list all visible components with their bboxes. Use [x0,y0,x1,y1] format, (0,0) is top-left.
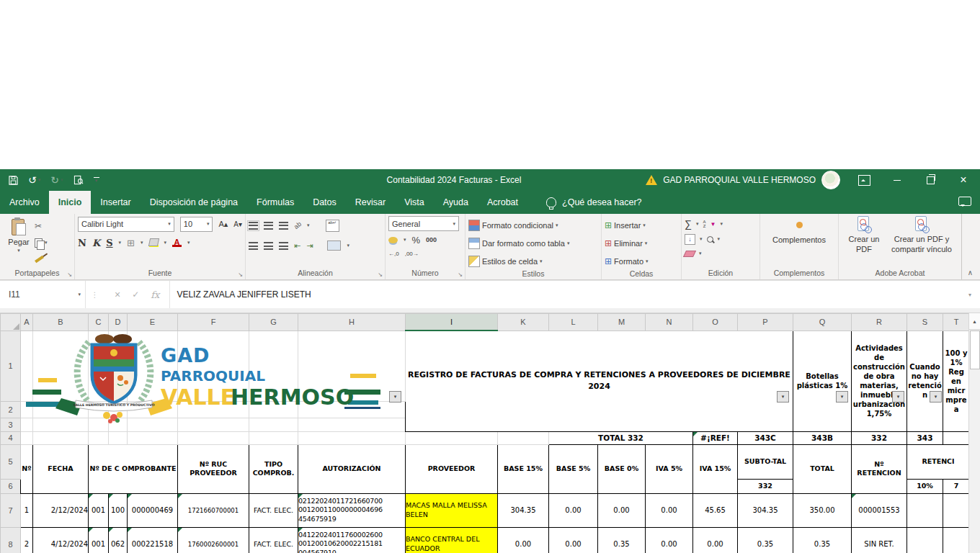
currency-format-button[interactable] [388,237,398,243]
number-format-select[interactable]: General▾ [388,216,459,231]
scrollbar-thumb[interactable] [970,331,980,369]
header-cuando-cell[interactable]: Cuando no hay retención [907,331,943,431]
cell[interactable] [178,431,249,444]
conditional-formatting-button[interactable]: Formato condicional▾ [468,218,598,233]
filter-dropdown-title[interactable]: ▾ [777,391,789,403]
cell[interactable] [498,431,549,444]
code-332-cell[interactable]: 332 [852,431,907,444]
merge-center-button[interactable] [327,240,341,251]
header-retencion[interactable]: RETENCI [907,444,970,479]
filter-dropdown-h[interactable]: ▾ [389,391,401,403]
code-343C-cell[interactable]: 343C [738,431,793,444]
cell-ruc[interactable]: 1721660700001 [178,493,249,527]
cell-num-retencion[interactable]: SIN RET. [852,527,907,553]
header-comprobante[interactable]: Nº DE C OMPROBANTE [89,444,178,493]
align-top-icon[interactable] [249,222,258,230]
comments-icon[interactable] [958,197,971,206]
font-color-button[interactable]: A [172,238,182,247]
report-title-cell[interactable]: REGISTRO DE FACTURAS DE COMPRA Y RETENCI… [406,331,793,431]
cell[interactable] [298,431,406,444]
cell[interactable] [109,431,128,444]
cell-punto[interactable]: 100 [109,493,128,527]
redo-button[interactable]: ↻▾ [50,174,63,186]
row-header-4[interactable]: 4 [1,431,21,444]
align-middle-icon[interactable] [264,222,273,230]
increase-indent-icon[interactable]: ⇥ [306,241,313,251]
header-base15[interactable]: BASE 15% [498,444,549,493]
cell[interactable] [21,431,33,444]
col-header-C[interactable]: C [89,314,109,331]
create-share-pdf-button[interactable]: Crear un PDF y compartir vínculo [887,216,956,268]
col-header-M[interactable]: M [598,314,646,331]
cell-n[interactable]: 1 [21,493,33,527]
cell-tipo[interactable]: FACT. ELEC. [249,527,298,553]
close-button[interactable]: × [947,169,980,191]
row-header-2[interactable]: 2 [1,401,21,418]
insert-cells-button[interactable]: ⊞Insertar▾ [605,218,678,233]
paste-button[interactable]: Pegar ▾ [3,216,35,268]
underline-button[interactable]: S [106,238,112,248]
col-header-H[interactable]: H [298,314,406,331]
undo-button[interactable]: ↺▾ [28,174,40,186]
font-size-select[interactable]: 10▾ [180,217,213,232]
cell-autorizacion[interactable]: 02122024011721660700 0012001100000000469… [298,493,406,527]
row-header-3[interactable]: 3 [1,418,21,431]
header-pct10[interactable]: 10% [907,479,943,493]
clear-button[interactable] [683,251,696,257]
header-regimen-cell[interactable]: 100 y 1% Reg en micr mpre a [943,331,970,431]
filter-dropdown-q[interactable]: ▾ [836,391,848,403]
comma-format-button[interactable]: 000 [426,236,437,243]
cell-iva15[interactable]: 0.00 [693,527,738,553]
header-iva15[interactable]: IVA 15% [693,444,738,493]
grow-font-button[interactable]: A▴ [218,220,228,229]
col-header-P[interactable]: P [738,314,793,331]
fill-color-button[interactable] [149,238,159,247]
decrease-decimal-button[interactable]: ,00→ [405,251,419,257]
col-header-O[interactable]: O [693,314,738,331]
header-pct70[interactable]: 7 [943,479,970,493]
cell-subtotal[interactable]: 304.35 [738,493,793,527]
tab-ayuda[interactable]: Ayuda [434,191,478,214]
header-tipo[interactable]: TIPO COMPROB. [249,444,298,493]
col-header-L[interactable]: L [549,314,598,331]
cell-base0[interactable]: 0.00 [598,493,646,527]
header-subtotal[interactable]: SUBTO-TAL [738,444,793,479]
cell-iva15[interactable]: 45.65 [693,493,738,527]
header-iva5[interactable]: IVA 5% [646,444,693,493]
cell-proveedor[interactable]: MACAS MALLA MELISSA BELEN [406,493,498,527]
cell-base5[interactable]: 0.00 [549,527,598,553]
dialog-launcher-icon[interactable]: ↘ [67,271,72,278]
increase-decimal-button[interactable]: ←,0 [388,251,399,257]
cell-iva5[interactable]: 0.00 [646,493,693,527]
collapse-ribbon-icon[interactable]: ∧ [968,269,973,276]
col-header-G[interactable]: G [249,314,298,331]
cell-iva5[interactable]: 0.00 [646,527,693,553]
decrease-indent-icon[interactable]: ⇤ [294,241,300,251]
cell-fecha[interactable]: 2/12/2024 [33,493,89,527]
filter-dropdown-s[interactable]: ▾ [930,391,942,403]
header-botellas-cell[interactable]: Botellas plásticas 1% [793,331,852,431]
col-header-T[interactable]: T [943,314,970,331]
cell[interactable] [406,431,498,444]
col-header-K[interactable]: K [498,314,549,331]
create-pdf-button[interactable]: Crear un PDF [844,216,884,268]
row-header-1[interactable]: 1 [1,331,21,401]
fill-down-button[interactable]: ↓ [685,234,695,245]
filter-dropdown-r[interactable]: ▾ [892,391,904,403]
tab-insertar[interactable]: Insertar [91,191,140,214]
col-header-A[interactable]: A [21,314,33,331]
col-header-B[interactable]: B [33,314,89,331]
header-base0[interactable]: BASE 0% [598,444,646,493]
cell-styles-button[interactable]: Estilos de celda▾ [468,254,598,269]
sort-filter-button[interactable]: AZ [703,220,706,228]
cell-proveedor[interactable]: BANCO CENTRAL DEL ECUADOR [406,527,498,553]
autosum-button[interactable]: ∑ [685,218,692,230]
format-painter-button[interactable] [35,252,48,266]
row-header-8[interactable]: 8 [1,527,21,553]
formula-input[interactable]: VELIZ ZAVALA JENIFFER LISETH [170,281,960,308]
name-box[interactable]: I11 ▾ [0,281,86,308]
header-base5[interactable]: BASE 5% [549,444,598,493]
col-header-S[interactable]: S [907,314,943,331]
orientation-button[interactable]: ab [293,220,303,230]
expand-formula-bar-icon[interactable]: ▾ [960,281,980,308]
